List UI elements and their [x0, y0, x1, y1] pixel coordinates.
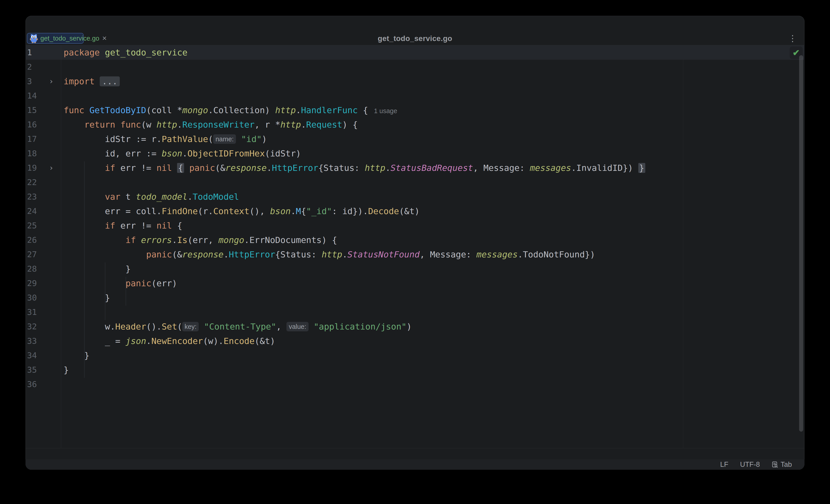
- code-line[interactable]: 3›import ...: [26, 74, 804, 89]
- parameter-hint: key:: [182, 322, 199, 331]
- fold-chevron-icon[interactable]: ›: [49, 161, 54, 175]
- vertical-scrollbar-thumb[interactable]: [799, 55, 803, 432]
- code-text: idStr := r.PathValue(name: "id"): [64, 132, 267, 146]
- code-text: }: [64, 363, 69, 377]
- code-line[interactable]: 22: [26, 175, 804, 190]
- status-indent[interactable]: Tab: [772, 461, 792, 469]
- parameter-hint: value:: [286, 322, 308, 331]
- parameter-hint: name:: [213, 134, 236, 144]
- code-editor[interactable]: 1package get_todo_service23›import ...14…: [26, 45, 804, 448]
- tab-options-kebab-icon[interactable]: ⋮: [788, 34, 797, 43]
- status-encoding[interactable]: UTF-8: [740, 461, 760, 469]
- window-titlebar: get_todo_service.go: [26, 16, 804, 33]
- line-number[interactable]: 28: [27, 262, 37, 276]
- code-line[interactable]: 32 w.Header().Set(key: "Content-Type", v…: [26, 320, 804, 334]
- code-text: panic(err): [64, 276, 177, 291]
- inspections-ok-icon: ✔: [793, 48, 800, 58]
- line-number[interactable]: 36: [27, 377, 37, 392]
- go-gopher-icon: [30, 34, 38, 43]
- code-line[interactable]: 25 if err != nil {: [26, 219, 804, 233]
- indent-guide: [84, 161, 85, 378]
- editor-tab-bar: get_todo_service.go ✕ ⋮: [26, 33, 804, 45]
- code-text: }: [64, 291, 110, 305]
- code-line[interactable]: 33 _ = json.NewEncoder(w).Encode(&t): [26, 334, 804, 348]
- line-number[interactable]: 29: [27, 276, 37, 291]
- ide-window: get_todo_service.go: [26, 16, 804, 470]
- folded-brace: }: [638, 163, 645, 173]
- line-number[interactable]: 22: [27, 175, 37, 190]
- code-line[interactable]: 15func GetTodoByID(coll *mongo.Collectio…: [26, 103, 804, 117]
- code-text: var t todo_model.TodoModel: [64, 190, 239, 204]
- code-line[interactable]: 36: [26, 377, 804, 392]
- code-line[interactable]: 23 var t todo_model.TodoModel: [26, 190, 804, 204]
- usage-hint[interactable]: 1 usage: [374, 107, 397, 114]
- line-number[interactable]: 35: [27, 363, 37, 377]
- code-line[interactable]: 30 }: [26, 291, 804, 305]
- line-number[interactable]: 31: [27, 305, 37, 320]
- code-text: w.Header().Set(key: "Content-Type", valu…: [64, 320, 412, 334]
- code-text: if err != nil {: [64, 219, 182, 233]
- fold-chevron-icon[interactable]: ›: [49, 74, 54, 89]
- tab-get-todo-service[interactable]: get_todo_service.go ✕: [27, 33, 84, 44]
- line-number[interactable]: 25: [27, 219, 37, 233]
- line-number[interactable]: 23: [27, 190, 37, 204]
- line-number[interactable]: 32: [27, 320, 37, 334]
- line-number[interactable]: 33: [27, 334, 37, 348]
- line-number[interactable]: 18: [27, 146, 37, 161]
- code-line[interactable]: 18 id, err := bson.ObjectIDFromHex(idStr…: [26, 146, 804, 161]
- code-line[interactable]: 17 idStr := r.PathValue(name: "id"): [26, 132, 804, 146]
- line-number[interactable]: 1: [27, 45, 32, 60]
- code-line[interactable]: 28 }: [26, 262, 804, 276]
- code-text: return func(w http.ResponseWriter, r *ht…: [64, 117, 358, 132]
- code-line[interactable]: 26 if errors.Is(err, mongo.ErrNoDocument…: [26, 233, 804, 247]
- code-text: err = coll.FindOne(r.Context(), bson.M{"…: [64, 204, 420, 219]
- desktop: { "window": { "title": "get_todo_service…: [0, 0, 830, 504]
- status-bar: LF UTF-8 Tab: [26, 459, 804, 470]
- code-text: }: [64, 348, 89, 363]
- folded-brace: {: [177, 163, 184, 173]
- tab-filename: get_todo_service.go: [40, 35, 99, 42]
- editor-bottom-divider: [26, 448, 804, 448]
- line-number[interactable]: 27: [27, 247, 37, 262]
- code-line[interactable]: 19› if err != nil { panic(&response.Http…: [26, 161, 804, 175]
- code-text: func GetTodoByID(coll *mongo.Collection)…: [64, 103, 397, 117]
- code-line[interactable]: 1package get_todo_service: [26, 45, 804, 60]
- line-number[interactable]: 16: [27, 117, 37, 132]
- file-search-icon: [772, 461, 778, 468]
- code-text: id, err := bson.ObjectIDFromHex(idStr): [64, 146, 301, 161]
- hard-wrap-guide: [683, 45, 683, 448]
- code-line[interactable]: 29 panic(err): [26, 276, 804, 291]
- folded-region[interactable]: ...: [100, 76, 120, 86]
- code-line[interactable]: 14: [26, 89, 804, 103]
- code-line[interactable]: 24 err = coll.FindOne(r.Context(), bson.…: [26, 204, 804, 219]
- line-number[interactable]: 34: [27, 348, 37, 363]
- line-number[interactable]: 15: [27, 103, 37, 117]
- line-number[interactable]: 3: [27, 74, 32, 89]
- indent-guide: [105, 262, 105, 320]
- code-text: }: [64, 262, 131, 276]
- code-text: package get_todo_service: [64, 45, 187, 60]
- status-line-ending[interactable]: LF: [720, 461, 728, 469]
- code-line[interactable]: 2: [26, 60, 804, 74]
- code-text: if errors.Is(err, mongo.ErrNoDocuments) …: [64, 233, 337, 247]
- code-line[interactable]: 35}: [26, 363, 804, 377]
- code-text: import ...: [64, 74, 120, 89]
- tab-close-icon[interactable]: ✕: [102, 35, 107, 41]
- code-text: if err != nil { panic(&response.HttpErro…: [64, 161, 645, 175]
- line-number[interactable]: 2: [27, 60, 32, 74]
- code-text: panic(&response.HttpError{Status: http.S…: [64, 247, 595, 262]
- line-number[interactable]: 19: [27, 161, 37, 175]
- line-number[interactable]: 17: [27, 132, 37, 146]
- line-number[interactable]: 26: [27, 233, 37, 247]
- code-line[interactable]: 16 return func(w http.ResponseWriter, r …: [26, 117, 804, 132]
- line-number[interactable]: 30: [27, 291, 37, 305]
- indent-guide: [126, 277, 126, 306]
- code-line[interactable]: 31: [26, 305, 804, 320]
- line-number[interactable]: 14: [27, 89, 37, 103]
- code-text: _ = json.NewEncoder(w).Encode(&t): [64, 334, 275, 348]
- code-line[interactable]: 27 panic(&response.HttpError{Status: htt…: [26, 247, 804, 262]
- line-number[interactable]: 24: [27, 204, 37, 219]
- code-line[interactable]: 34 }: [26, 348, 804, 363]
